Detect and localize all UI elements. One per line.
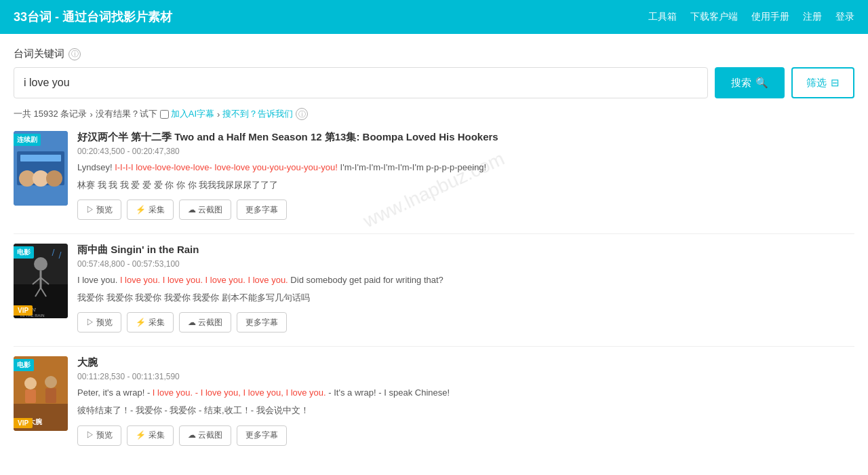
search-row: 搜索 🔍 筛选 ⊟ xyxy=(14,67,854,98)
result-item-3: 大腕 电影 VIP 大腕 00:11:28,530 - 00:11:31,590… xyxy=(14,356,854,445)
nav-register[interactable]: 注册 xyxy=(803,11,822,23)
result-info-row: 一共 15932 条记录 › 没有结果？试下 加入AI字幕 › 搜不到？告诉我们… xyxy=(14,108,854,120)
result-info-icon[interactable]: ⓘ xyxy=(296,108,308,120)
subtitle-zh-text-1: 林赛 我 我 我 爱 爱 爱 你 你 你 我我我尿尿尿了了了 xyxy=(77,180,278,190)
result-subtitle-zh-3: 彼特结束了！- 我爱你 - 我爱你 - 结束,收工！- 我会说中文！ xyxy=(77,403,854,418)
search-icon: 🔍 xyxy=(755,77,768,89)
poster-wrap-1: 连续剧 xyxy=(14,131,68,206)
header: 33台词 - 通过台词找影片素材 工具箱 下载客户端 使用手册 注册 登录 xyxy=(0,0,868,34)
subtitle-highlight-3: I love you. - I love you, I love you, I … xyxy=(153,387,326,398)
subtitle-suffix-1: I'm-I'm-I'm-I'm-I'm-I'm p-p-p-p-peeing! xyxy=(340,162,487,172)
screenshot-btn-2[interactable]: ☁ 云截图 xyxy=(179,312,231,332)
result-item: 连续剧 好汉两个半 第十二季 Two and a Half Men Season… xyxy=(14,131,854,220)
screenshot-btn-1[interactable]: ☁ 云截图 xyxy=(179,200,231,220)
subtitle-prefix-3: Peter, it's a wrap! - xyxy=(77,387,153,398)
action-buttons-2: ▷ 预览 ⚡ 采集 ☁ 云截图 更多字幕 xyxy=(77,312,854,332)
result-content-3: 大腕 00:11:28,530 - 00:11:31,590 Peter, it… xyxy=(77,356,854,445)
svg-rect-25 xyxy=(45,388,56,403)
not-found-link[interactable]: 搜不到？告诉我们 xyxy=(222,108,293,120)
subtitle-prefix-2: I love you. xyxy=(77,275,120,285)
more-subtitle-btn-1[interactable]: 更多字幕 xyxy=(237,200,287,220)
screenshot-btn-3[interactable]: ☁ 云截图 xyxy=(179,425,231,446)
result-time-2: 00:57:48,800 - 00:57:53,100 xyxy=(77,259,854,269)
more-subtitle-btn-3[interactable]: 更多字幕 xyxy=(237,425,287,446)
main-content: 台词关键词 ⓘ 搜索 🔍 筛选 ⊟ 一共 15932 条记录 › 没有结果？试下… xyxy=(0,34,868,475)
svg-rect-23 xyxy=(25,390,36,403)
badge-tv-1: 连续剧 xyxy=(14,134,41,146)
preview-btn-2[interactable]: ▷ 预览 xyxy=(77,312,121,332)
search-info-icon[interactable]: ⓘ xyxy=(68,48,81,60)
divider-1 xyxy=(14,233,854,234)
result-content-1: 好汉两个半 第十二季 Two and a Half Men Season 12 … xyxy=(77,131,854,220)
result-title-1: 好汉两个半 第十二季 Two and a Half Men Season 12 … xyxy=(77,131,854,144)
search-button-label: 搜索 xyxy=(731,77,751,90)
divider-2 xyxy=(14,346,854,347)
nav-download[interactable]: 下载客户端 xyxy=(690,11,738,23)
search-input[interactable] xyxy=(14,67,708,98)
search-button[interactable]: 搜索 🔍 xyxy=(715,67,785,98)
subtitle-prefix-1: Lyndsey! xyxy=(77,162,115,172)
result-title-3: 大腕 xyxy=(77,356,854,369)
badge-movie-3: 电影 xyxy=(14,359,34,371)
subtitle-suffix-3: - It's a wrap! - I speak Chinese! xyxy=(328,387,450,398)
badge-movie-2: 电影 xyxy=(14,246,34,259)
result-subtitle-zh-2: 我爱你 我爱你 我爱你 我爱你 我爱你 剧本不能多写几句话吗 xyxy=(77,290,854,305)
nav-manual[interactable]: 使用手册 xyxy=(751,11,789,23)
action-buttons-1: ▷ 预览 ⚡ 采集 ☁ 云截图 更多字幕 xyxy=(77,200,854,220)
nav-login[interactable]: 登录 xyxy=(835,11,854,23)
subtitle-suffix-2: Did somebody get paid for writing that? xyxy=(290,275,443,285)
preview-btn-3[interactable]: ▷ 预览 xyxy=(77,425,121,446)
result-time-1: 00:20:43,500 - 00:20:47,380 xyxy=(77,147,854,156)
result-subtitle-zh-1: 林赛 我 我 我 爱 爱 爱 你 你 你 我我我尿尿尿了了了 xyxy=(77,178,854,193)
result-item-2: SINGIN' IN THE RAIN 电影 VIP 雨中曲 Singin' i… xyxy=(14,244,854,332)
vip-badge-3: VIP xyxy=(14,418,33,428)
collect-btn-3[interactable]: ⚡ 采集 xyxy=(127,425,173,446)
poster-wrap-3: 大腕 电影 VIP xyxy=(14,356,68,431)
subtitle-highlight-2: I love you. I love you. I love you. I lo… xyxy=(120,275,288,285)
site-title: 33台词 - 通过台词找影片素材 xyxy=(14,9,172,25)
more-subtitle-btn-2[interactable]: 更多字幕 xyxy=(237,312,287,332)
header-nav: 工具箱 下载客户端 使用手册 注册 登录 xyxy=(648,11,854,23)
add-subtitle-link[interactable]: 加入AI字幕 xyxy=(171,108,214,120)
search-label-text: 台词关键词 xyxy=(14,48,64,60)
svg-point-5 xyxy=(46,170,62,187)
subtitle-zh-text-2: 我爱你 我爱你 我爱你 我爱你 我爱你 剧本不能多写几句话吗 xyxy=(77,292,310,303)
poster-wrap-2: SINGIN' IN THE RAIN 电影 VIP xyxy=(14,244,68,318)
svg-point-8 xyxy=(34,257,47,271)
result-subtitle-en-2: I love you. I love you. I love you. I lo… xyxy=(77,273,854,288)
add-subtitle-checkbox-label[interactable]: 加入AI字幕 xyxy=(160,108,214,120)
collect-btn-1[interactable]: ⚡ 采集 xyxy=(127,200,173,220)
action-buttons-3: ▷ 预览 ⚡ 采集 ☁ 云截图 更多字幕 xyxy=(77,425,854,446)
result-separator: › xyxy=(90,109,92,119)
result-subtitle-en-1: Lyndsey! I-I-I-I love-love-love-love- lo… xyxy=(77,160,854,175)
svg-rect-2 xyxy=(20,155,61,162)
result-title-2: 雨中曲 Singin' in the Rain xyxy=(77,244,854,256)
result-content-2: 雨中曲 Singin' in the Rain 00:57:48,800 - 0… xyxy=(77,244,854,332)
filter-button[interactable]: 筛选 ⊟ xyxy=(791,67,854,98)
search-label-row: 台词关键词 ⓘ xyxy=(14,48,854,60)
preview-btn-1[interactable]: ▷ 预览 xyxy=(77,200,121,220)
subtitle-zh-text-3: 彼特结束了！- 我爱你 - 我爱你 - 结束,收工！- 我会说中文！ xyxy=(77,405,309,415)
result-separator2: › xyxy=(217,109,220,119)
svg-point-22 xyxy=(24,377,37,390)
result-count: 一共 15932 条记录 xyxy=(14,108,87,120)
add-subtitle-checkbox[interactable] xyxy=(160,110,169,119)
vip-badge-2: VIP xyxy=(14,305,33,316)
collect-btn-2[interactable]: ⚡ 采集 xyxy=(127,312,173,332)
subtitle-highlight-1: I-I-I-I love-love-love-love- love-love y… xyxy=(115,162,338,172)
no-result-text: 没有结果？试下 xyxy=(96,108,157,120)
result-subtitle-en-3: Peter, it's a wrap! - I love you. - I lo… xyxy=(77,385,854,400)
filter-icon: ⊟ xyxy=(831,77,840,89)
svg-point-24 xyxy=(45,376,57,388)
nav-tools[interactable]: 工具箱 xyxy=(648,11,677,23)
filter-button-label: 筛选 xyxy=(806,77,827,90)
result-time-3: 00:11:28,530 - 00:11:31,590 xyxy=(77,372,854,381)
